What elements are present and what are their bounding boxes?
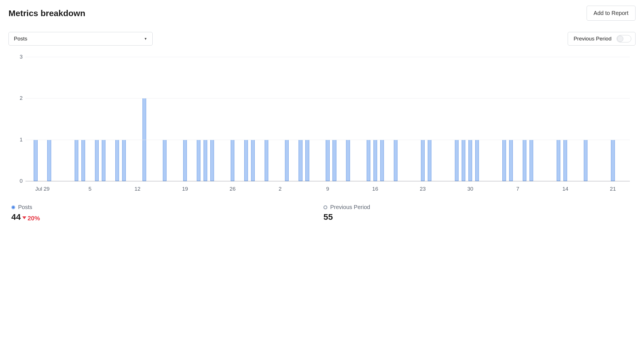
chart-bar[interactable] [163, 140, 167, 181]
chart-plot-area: 0123 [25, 57, 630, 181]
chart-bar[interactable] [509, 140, 513, 181]
chart-bar[interactable] [299, 140, 302, 181]
chart-bar[interactable] [332, 140, 336, 181]
chart-bar[interactable] [346, 140, 350, 181]
stat-current-change-pct: 20% [27, 215, 40, 222]
chart-x-tick: 26 [230, 186, 235, 192]
chart-bar[interactable] [394, 140, 397, 181]
chart-y-tick: 2 [14, 95, 23, 101]
chart-bar[interactable] [428, 140, 431, 181]
chart-bar[interactable] [197, 140, 200, 181]
chart-x-tick: Jul 29 [35, 186, 50, 192]
metric-dropdown-label: Posts [14, 36, 27, 42]
stat-current: Posts 44 20% [11, 204, 323, 222]
metric-dropdown[interactable]: Posts ▼ [8, 32, 153, 46]
chart-bar[interactable] [47, 140, 51, 181]
legend-dot-current-icon [11, 205, 15, 209]
toggle-switch[interactable] [617, 35, 631, 42]
chart-x-tick: 2 [279, 186, 282, 192]
chart-bar[interactable] [462, 140, 465, 181]
add-to-report-button[interactable]: Add to Report [587, 6, 636, 21]
chart-x-tick: 9 [326, 186, 329, 192]
chart-bar[interactable] [75, 140, 78, 181]
chart-bar[interactable] [251, 140, 255, 181]
chart-bar[interactable] [305, 140, 309, 181]
chart-bar[interactable] [204, 140, 207, 181]
chart-gridline [25, 140, 630, 140]
chart-x-tick: 23 [420, 186, 426, 192]
chart-x-tick: 14 [562, 186, 568, 192]
toggle-knob [617, 36, 623, 42]
chart-x-tick: 5 [88, 186, 92, 192]
chart-x-tick: 21 [610, 186, 616, 192]
chevron-down-icon: ▼ [144, 37, 147, 41]
chart-bar[interactable] [210, 140, 214, 181]
chart-bar[interactable] [373, 140, 377, 181]
chart-bar[interactable] [34, 140, 37, 181]
chart-bar[interactable] [102, 140, 105, 181]
chart-bar[interactable] [380, 140, 384, 181]
chart-bar[interactable] [183, 140, 187, 181]
chart-bar[interactable] [502, 140, 506, 181]
chart-bar[interactable] [530, 140, 533, 181]
chart-bar[interactable] [326, 140, 329, 181]
chart-bar[interactable] [231, 140, 234, 181]
stat-previous: Previous Period 55 [323, 204, 636, 222]
chart-bar[interactable] [367, 140, 370, 181]
stat-previous-value: 55 [323, 212, 333, 222]
chart-gridline [25, 98, 630, 98]
chart-bar[interactable] [468, 140, 472, 181]
chart-x-tick: 16 [372, 186, 378, 192]
chart-bar[interactable] [265, 140, 268, 181]
chart-bar[interactable] [285, 140, 289, 181]
chart-bar[interactable] [611, 140, 615, 181]
chart-gridline [25, 57, 630, 57]
chart: 0123 Jul 2951219262916233071421 [14, 54, 630, 193]
chart-bar[interactable] [244, 140, 248, 181]
chart-x-tick: 19 [182, 186, 188, 192]
chart-x-tick: 12 [135, 186, 141, 192]
chart-bar[interactable] [421, 140, 425, 181]
chart-bar[interactable] [475, 140, 479, 181]
chart-bars [25, 57, 630, 181]
stat-current-change: 20% [22, 215, 40, 222]
chart-bar[interactable] [115, 140, 119, 181]
chart-x-tick: 30 [467, 186, 473, 192]
chart-bar[interactable] [584, 140, 587, 181]
chart-bar[interactable] [523, 140, 526, 181]
chart-bar[interactable] [95, 140, 99, 181]
legend-previous-label: Previous Period [330, 204, 370, 210]
chart-bar[interactable] [563, 140, 567, 181]
chart-y-tick: 1 [14, 137, 23, 143]
chart-bar[interactable] [455, 140, 459, 181]
chart-bar[interactable] [557, 140, 560, 181]
legend-current-label: Posts [18, 204, 32, 210]
previous-period-toggle[interactable]: Previous Period [568, 32, 636, 46]
chart-bar[interactable] [122, 140, 126, 181]
stat-current-value: 44 [11, 212, 21, 222]
page-title: Metrics breakdown [8, 8, 85, 18]
chart-y-tick: 0 [14, 178, 23, 184]
triangle-down-icon [22, 216, 26, 219]
chart-x-axis: Jul 2951219262916233071421 [25, 184, 630, 193]
legend-dot-previous-icon [323, 205, 327, 209]
chart-x-tick: 7 [516, 186, 519, 192]
previous-period-toggle-label: Previous Period [574, 36, 611, 42]
chart-bar[interactable] [81, 140, 85, 181]
chart-y-tick: 3 [14, 54, 23, 60]
legend-stats: Posts 44 20% Previous Period 55 [8, 204, 636, 222]
